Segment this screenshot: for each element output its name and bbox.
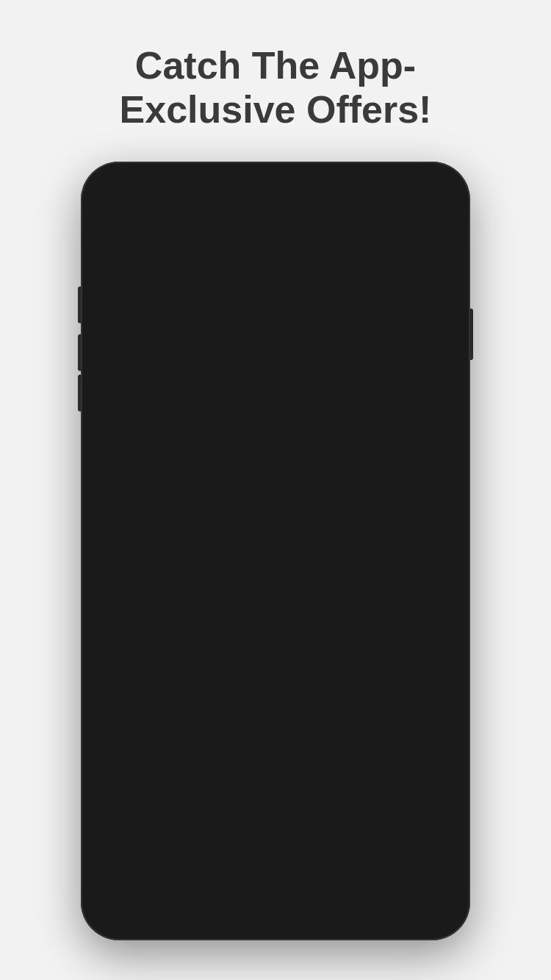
chat-button[interactable] [406,220,423,236]
store-info-banner: SM ENTERTAINMENT OFFICIAL MERCHANDISE ST… [91,516,460,567]
wifi-icon [414,196,426,207]
nav-right-icons: 1 [406,220,448,236]
artist-label-nct: NCT [311,472,329,482]
product-card-2[interactable] [201,594,297,690]
svg-rect-6 [136,624,162,627]
cart-badge: 1 [442,215,453,226]
page-header: Catch The App- Exclusive Offers! [0,0,551,162]
artist-avatar-redvelvet [379,408,438,467]
cart-button[interactable]: 1 [431,220,448,236]
svg-point-4 [442,231,445,234]
artist-item-superm[interactable]: SuperM [113,408,172,482]
svg-rect-12 [236,635,259,637]
product-image-2 [212,604,287,679]
phone-screen: 2:32 [91,172,460,930]
store-name: SM ENTERTAINMENT OFFICIAL MERCHANDISE ST… [101,530,450,541]
search-placeholder: Search [259,256,292,267]
search-input[interactable]: Search [101,248,450,275]
phone-mockup: 2:32 [81,162,470,940]
svg-rect-15 [336,630,356,632]
svg-rect-14 [336,624,362,627]
banner-second-slide [370,281,429,398]
signal-dots [397,200,409,203]
new-arrival-section-header: NEW ARRIVAL View All > [91,567,460,594]
artist-item-nct[interactable]: NCT [290,408,349,482]
svg-point-3 [436,231,439,234]
store-subtitle: APPROVED BY SM ENTERTAINMENT [101,544,450,552]
app-nav: SM GLOBAL SHOP [91,214,460,242]
artist-item-redvelvet[interactable]: Red Velvet [379,408,438,482]
banner-carousel[interactable]: NEW ARRIVAL [91,281,460,398]
svg-rect-8 [136,635,159,637]
app-title: SM GLOBAL SHOP [209,221,314,234]
banner-slide: NEW ARRIVAL [91,281,460,398]
product-image-3 [311,604,386,679]
artist-avatar-nct [290,408,349,467]
banner-main: NEW ARRIVAL [91,281,370,398]
view-all-button[interactable]: View All > [411,577,450,588]
svg-rect-16 [336,635,359,637]
artist-avatar-superm [113,408,172,467]
artist-item-exo[interactable]: EXO [202,408,261,482]
menu-button[interactable] [103,223,118,233]
page-title: Catch The App- Exclusive Offers! [44,44,507,132]
product-card-3[interactable] [301,594,397,690]
product-grid [91,594,460,690]
front-camera [271,178,280,187]
search-bar-container: Search [91,242,460,281]
phone-notch [224,172,327,192]
status-icons [397,196,445,207]
svg-rect-10 [236,624,262,627]
banner-text: NEW ARRIVAL [172,328,289,350]
battery-icon [429,198,445,206]
svg-rect-11 [236,630,256,632]
product-image-1 [112,604,187,679]
artist-label-superm: SuperM [127,472,158,482]
artist-label-exo: EXO [222,472,240,482]
banner-circle-pink [253,281,311,325]
svg-rect-7 [136,630,156,632]
section-divider [91,488,460,494]
status-time: 2:32 [106,195,128,208]
new-arrival-title: NEW ARRIVAL [101,577,172,588]
svg-rect-0 [406,220,422,231]
artist-label-redvelvet: Red Velvet [387,472,430,482]
product-card-1[interactable] [101,594,197,690]
artist-avatar-exo [202,408,261,467]
artists-section: SuperM EXO [91,398,460,488]
